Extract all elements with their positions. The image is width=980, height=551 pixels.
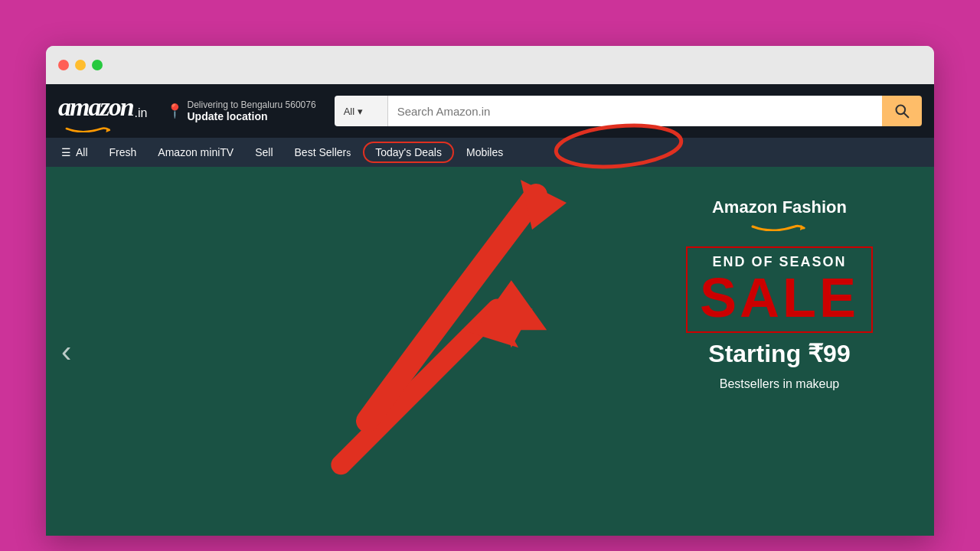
nav-item-todays-deals[interactable]: Today's Deals — [363, 142, 454, 163]
nav-item-bestsellers[interactable]: Best Sellers — [286, 142, 361, 163]
hamburger-icon: ☰ — [61, 146, 71, 158]
promo-smile-icon — [686, 220, 873, 234]
close-button[interactable] — [58, 60, 69, 70]
svg-line-4 — [341, 308, 497, 465]
nav-all-label: All — [76, 146, 88, 158]
nav-minitv-label: Amazon miniTV — [158, 146, 234, 158]
nav-item-sell[interactable]: Sell — [246, 142, 282, 163]
svg-marker-3 — [800, 225, 805, 230]
promo-sale-text: SALE — [700, 270, 859, 325]
browser-titlebar — [46, 46, 934, 84]
promo-subtitle: Bestsellers in makeup — [686, 377, 873, 391]
nav-bestsellers-suffix: s — [346, 148, 351, 158]
nav-fresh-label: Fresh — [109, 146, 137, 158]
maximize-button[interactable] — [92, 60, 103, 70]
location-box[interactable]: 📍 Delivering to Bengaluru 560076 Update … — [160, 96, 322, 126]
promo-starting-label: Starting — [708, 340, 801, 367]
promo-content: Amazon Fashion END OF SEASON SALE Starti… — [686, 197, 873, 391]
promo-starting-text: Starting ₹99 — [686, 339, 873, 368]
nav-todays-deals-label: Today's Deals — [375, 146, 442, 158]
delivering-to-label: Delivering to Bengaluru 560076 — [188, 99, 316, 110]
logo-smile-icon — [58, 122, 119, 129]
minimize-button[interactable] — [75, 60, 86, 70]
nav-item-fresh[interactable]: Fresh — [100, 142, 146, 163]
amazon-logo[interactable]: amazon .in — [58, 93, 148, 129]
amazon-nav: ☰ All Fresh Amazon miniTV Sell Best Sell… — [46, 138, 934, 167]
logo-main-text: amazon — [58, 93, 133, 122]
search-button[interactable] — [882, 96, 922, 126]
nav-mobiles-label: M — [466, 146, 475, 158]
search-category-dropdown[interactable]: All ▾ — [335, 96, 388, 126]
nav-item-all[interactable]: ☰ All — [52, 142, 97, 163]
svg-marker-6 — [497, 308, 532, 347]
search-icon — [894, 103, 910, 119]
browser-window: amazon .in 📍 Delivering to Bengaluru 560… — [46, 46, 934, 536]
location-icon: 📍 — [166, 103, 183, 119]
amazon-header: amazon .in 📍 Delivering to Bengaluru 560… — [46, 84, 934, 138]
nav-sell-label: Sell — [255, 146, 273, 158]
search-input[interactable] — [388, 96, 882, 126]
prev-slide-button[interactable]: ‹ — [61, 334, 71, 369]
dropdown-arrow-icon: ▾ — [358, 106, 363, 117]
search-category-label: All — [344, 106, 354, 117]
nav-item-mobiles[interactable]: Mobiles — [457, 142, 512, 163]
nav-item-minitv[interactable]: Amazon miniTV — [149, 142, 243, 163]
logo-suffix: .in — [135, 106, 148, 120]
svg-marker-5 — [462, 308, 518, 347]
promo-brand: Amazon Fashion — [686, 197, 873, 217]
promo-price: ₹99 — [808, 340, 851, 367]
svg-line-2 — [904, 113, 908, 117]
update-location-label: Update location — [188, 110, 316, 122]
nav-bestsellers-label: Best Seller — [295, 146, 347, 158]
location-text: Delivering to Bengaluru 560076 Update lo… — [188, 99, 316, 122]
browser-content: amazon .in 📍 Delivering to Bengaluru 560… — [46, 84, 934, 536]
search-bar: All ▾ — [335, 96, 922, 126]
promo-end-of-season-box: END OF SEASON SALE — [686, 246, 873, 333]
banner-area: ‹ Amazon Fashion END OF SEASON SALE Star… — [46, 167, 934, 536]
